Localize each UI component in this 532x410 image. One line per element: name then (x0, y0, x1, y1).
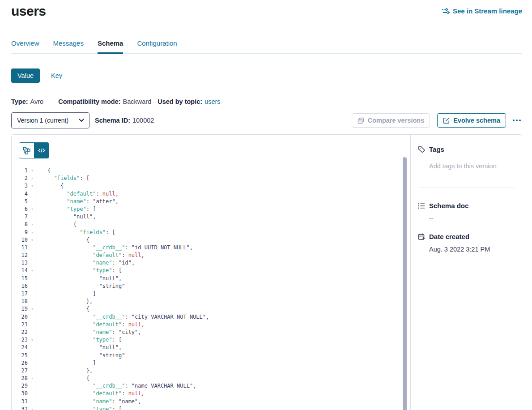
fold-arrow-icon[interactable]: ▾ (28, 205, 37, 213)
tags-header: Tags (418, 145, 515, 153)
page-title: users (11, 4, 46, 19)
compatibility-label: Compatibility mode: (58, 98, 120, 105)
code-text: "type": [ (37, 336, 410, 344)
stream-lineage-link[interactable]: See in Stream lineage (442, 7, 522, 15)
code-line: 28▾ { (12, 375, 410, 382)
value-key-toggle: Value Key (11, 68, 522, 83)
code-line: 1▾{ (12, 167, 410, 175)
fold-arrow-icon[interactable]: ▾ (28, 229, 37, 236)
version-bar: Version 1 (current) Schema ID: 100002 Co… (11, 112, 522, 128)
code-text: "string" (37, 282, 410, 290)
line-number: 21 (12, 321, 28, 329)
code-line: 21 "default": null, (12, 321, 410, 329)
code-editor: 1▾{2▾ "fields": [3▾ {4 "default": null,5… (12, 167, 410, 410)
fold-spacer (28, 398, 37, 406)
fold-spacer (28, 190, 37, 198)
fold-spacer (28, 390, 37, 397)
more-options-button[interactable] (511, 113, 522, 128)
value-toggle-button[interactable]: Value (11, 68, 40, 83)
sidebar-divider (418, 188, 515, 188)
code-text: "name": "after", (37, 198, 410, 205)
code-text: "null", (37, 213, 410, 221)
fold-arrow-icon[interactable]: ▾ (28, 175, 37, 182)
fold-spacer (28, 213, 37, 221)
code-line: 27 }, (12, 367, 410, 375)
line-number: 20 (12, 313, 28, 321)
code-text: { (37, 236, 410, 244)
more-options-icon (513, 120, 515, 121)
line-number: 29 (12, 382, 28, 390)
fold-arrow-icon[interactable]: ▾ (28, 267, 37, 274)
code-text: { (37, 182, 410, 190)
code-text: }, (37, 367, 410, 375)
fold-arrow-icon[interactable]: ▾ (28, 236, 37, 244)
scrollbar[interactable] (403, 157, 407, 410)
used-by-topic-link[interactable]: users (204, 98, 220, 105)
code-line: 9▾ "fields": [ (12, 229, 410, 236)
line-number: 28 (12, 375, 28, 382)
code-text: { (37, 221, 410, 228)
tab-schema[interactable]: Schema (98, 39, 123, 54)
tags-input[interactable] (429, 162, 515, 173)
fold-arrow-icon[interactable]: ▾ (28, 167, 37, 175)
code-text: "__crdb__": "id UUID NOT NULL", (37, 244, 410, 252)
tree-view-icon (23, 147, 30, 154)
fold-arrow-icon[interactable]: ▾ (28, 336, 37, 344)
line-number: 26 (12, 359, 28, 367)
line-number: 7 (12, 213, 28, 221)
code-text: "name": "city", (37, 329, 410, 336)
code-text: { (37, 305, 410, 313)
tree-view-button[interactable] (19, 143, 34, 158)
tab-bar: Overview Messages Schema Configuration (11, 39, 522, 54)
code-line: 8▾ { (12, 221, 410, 228)
schema-id-label: Schema ID: (95, 117, 130, 124)
fold-spacer (28, 329, 37, 336)
line-number: 12 (12, 252, 28, 259)
code-line: 15 "null", (12, 275, 410, 282)
code-line: 5 "name": "after", (12, 198, 410, 205)
line-number: 14 (12, 267, 28, 274)
code-text: "name": "id", (37, 259, 410, 267)
code-line: 23▾ "type": [ (12, 336, 410, 344)
code-line: 12 "default": null, (12, 252, 410, 259)
fold-spacer (28, 198, 37, 205)
code-text: "null", (37, 344, 410, 351)
code-line: 3▾ { (12, 182, 410, 190)
version-select-value: Version 1 (current) (17, 117, 68, 124)
compatibility-value: Backward (123, 98, 152, 105)
list-icon (418, 202, 425, 209)
code-line: 25 "string" (12, 352, 410, 359)
code-line: 19▾ { (12, 305, 410, 313)
code-text: "__crdb__": "name VARCHAR NULL", (37, 382, 410, 390)
code-text: "type": [ (37, 205, 410, 213)
key-toggle-button[interactable]: Key (51, 72, 62, 79)
version-select[interactable]: Version 1 (current) (11, 112, 89, 128)
fold-spacer (28, 282, 37, 290)
tab-configuration[interactable]: Configuration (137, 39, 177, 53)
copy-versions-icon (358, 117, 364, 124)
fold-arrow-icon[interactable]: ▾ (28, 406, 37, 410)
version-actions: Compare versions Evolve schema (352, 113, 522, 128)
code-line: 31 "name": "name", (12, 398, 410, 406)
tag-icon (418, 146, 425, 153)
fold-arrow-icon[interactable]: ▾ (28, 182, 37, 190)
fold-arrow-icon[interactable]: ▾ (28, 221, 37, 228)
line-number: 1 (12, 167, 28, 175)
code-text: { (37, 375, 410, 382)
code-text: }, (37, 298, 410, 305)
line-number: 32 (12, 406, 28, 410)
code-text: "default": null, (37, 252, 410, 259)
compare-versions-button[interactable]: Compare versions (352, 113, 430, 128)
fold-spacer (28, 344, 37, 351)
tab-overview[interactable]: Overview (11, 39, 39, 53)
code-view-button[interactable] (34, 143, 49, 158)
code-line: 32▾ "type": [ (12, 406, 410, 410)
fold-arrow-icon[interactable]: ▾ (28, 375, 37, 382)
calendar-plus-icon (418, 233, 425, 240)
tab-messages[interactable]: Messages (53, 39, 84, 53)
schema-id-value: 100002 (132, 117, 154, 124)
code-text: ] (37, 359, 410, 367)
line-number: 24 (12, 344, 28, 351)
evolve-schema-button[interactable]: Evolve schema (437, 113, 506, 128)
fold-arrow-icon[interactable]: ▾ (28, 305, 37, 313)
